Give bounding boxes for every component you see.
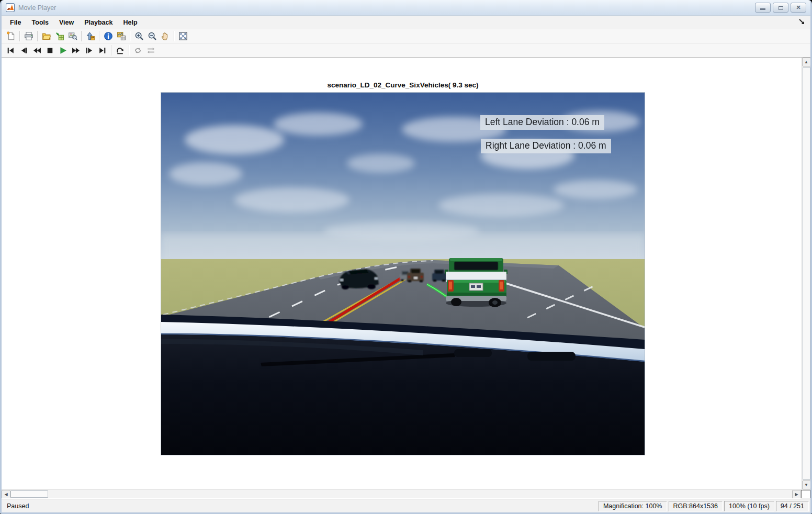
stop-button[interactable] bbox=[43, 44, 57, 57]
resolution-cell: RGB:864x1536 bbox=[669, 501, 723, 511]
right-lane-deviation-label: Right Lane Deviation : 0.06 m bbox=[481, 139, 611, 153]
info-icon bbox=[104, 31, 113, 41]
rewind-button[interactable] bbox=[30, 44, 43, 57]
rewind-icon bbox=[32, 46, 41, 55]
repeat-loop-icon bbox=[133, 46, 142, 55]
status-bar: Paused Magnification: 100% RGB:864x1536 … bbox=[2, 498, 810, 514]
info-button[interactable] bbox=[102, 30, 115, 42]
video-frame: Left Lane Deviation : 0.06 m Right Lane … bbox=[161, 93, 645, 455]
jump-to-frame-icon bbox=[116, 46, 125, 55]
scroll-left-button[interactable]: ◀ bbox=[2, 490, 10, 499]
maximize-button[interactable] bbox=[773, 3, 788, 13]
horizontal-scrollbar[interactable]: ◀ ▶ bbox=[2, 489, 810, 498]
toolbar-separator bbox=[19, 31, 20, 41]
fit-to-window-icon bbox=[178, 31, 188, 41]
print-button[interactable] bbox=[22, 30, 35, 42]
zoom-out-button[interactable] bbox=[145, 30, 159, 42]
export-to-workspace-button[interactable] bbox=[53, 30, 66, 42]
ego-dashboard bbox=[161, 315, 645, 455]
go-to-first-frame-button[interactable] bbox=[4, 44, 17, 57]
go-to-last-frame-button[interactable] bbox=[96, 44, 109, 57]
video-viewport: scenario_LD_02_Curve_SixVehicles( 9.3 se… bbox=[2, 58, 810, 489]
pan-button[interactable] bbox=[159, 30, 172, 42]
jump-to-frame-button[interactable] bbox=[114, 44, 127, 57]
scroll-up-button[interactable]: ▲ bbox=[802, 58, 811, 66]
movie-player-window: Movie Player ✕ File Tools View Playback … bbox=[0, 0, 812, 514]
scroll-right-button[interactable]: ▶ bbox=[792, 490, 801, 499]
maximize-icon bbox=[779, 6, 783, 10]
inspect-frame-icon bbox=[68, 31, 77, 41]
toolbar-separator bbox=[99, 31, 99, 41]
menu-help[interactable]: Help bbox=[118, 17, 142, 28]
window-title: Movie Player bbox=[18, 4, 753, 12]
toolbar-separator bbox=[129, 45, 129, 55]
menu-tools[interactable]: Tools bbox=[27, 17, 54, 28]
main-toolbar bbox=[2, 29, 810, 43]
step-back-icon bbox=[19, 46, 28, 55]
fast-forward-icon bbox=[72, 46, 81, 55]
close-icon: ✕ bbox=[796, 5, 800, 10]
vertical-scrollbar[interactable]: ▲ ▼ bbox=[802, 58, 810, 489]
scroll-down-button[interactable]: ▼ bbox=[802, 481, 811, 489]
play-icon bbox=[59, 46, 67, 55]
zoom-in-icon bbox=[134, 31, 144, 41]
magnification-cell: Magnification: 100% bbox=[599, 501, 667, 511]
step-forward-button[interactable] bbox=[83, 44, 96, 57]
new-file-icon bbox=[6, 31, 16, 41]
vertical-scrollbar-thumb[interactable] bbox=[803, 67, 810, 480]
play-forward-backward-icon bbox=[146, 46, 155, 55]
playback-state-label: Paused bbox=[3, 502, 597, 510]
print-icon bbox=[24, 31, 33, 41]
fit-to-window-button[interactable] bbox=[176, 30, 189, 42]
pixel-region-icon bbox=[117, 31, 126, 41]
arrow-left-icon: ◀ bbox=[4, 493, 7, 497]
fast-forward-button[interactable] bbox=[70, 44, 83, 57]
framerate-cell: 100% (10 fps) bbox=[724, 501, 774, 511]
open-folder-icon bbox=[42, 31, 51, 41]
play-button[interactable] bbox=[57, 44, 70, 57]
dock-arrow-icon[interactable] bbox=[798, 18, 805, 25]
toolbar-separator bbox=[111, 45, 111, 55]
pixel-region-button[interactable] bbox=[115, 30, 128, 42]
left-lane-deviation-label: Left Lane Deviation : 0.06 m bbox=[480, 115, 604, 130]
play-forward-backward-button bbox=[144, 44, 157, 57]
pan-hand-icon bbox=[161, 31, 170, 41]
menu-view[interactable]: View bbox=[54, 17, 79, 28]
window-frame: Movie Player ✕ File Tools View Playback … bbox=[0, 0, 812, 514]
inspect-frame-button[interactable] bbox=[66, 30, 79, 42]
zoom-in-button[interactable] bbox=[132, 30, 145, 42]
new-file-button[interactable] bbox=[4, 30, 17, 42]
menu-playback[interactable]: Playback bbox=[79, 17, 118, 28]
arrow-right-icon: ▶ bbox=[795, 493, 798, 497]
menu-file[interactable]: File bbox=[5, 17, 27, 28]
open-file-button[interactable] bbox=[40, 30, 53, 42]
horizontal-scrollbar-track[interactable] bbox=[48, 490, 792, 498]
horizontal-scrollbar-thumb[interactable] bbox=[10, 490, 48, 498]
toolbar-separator bbox=[81, 31, 82, 41]
step-forward-icon bbox=[85, 46, 94, 55]
export-image-button[interactable] bbox=[84, 30, 97, 42]
stop-icon bbox=[46, 46, 54, 55]
toolbar-separator bbox=[130, 31, 130, 41]
minimize-icon bbox=[760, 8, 765, 10]
toolbar-separator bbox=[174, 31, 174, 41]
frame-title: scenario_LD_02_Curve_SixVehicles( 9.3 se… bbox=[161, 81, 645, 89]
go-to-last-frame-icon bbox=[98, 46, 107, 55]
menu-bar: File Tools View Playback Help bbox=[2, 16, 810, 29]
minimize-button[interactable] bbox=[755, 3, 771, 13]
export-image-icon bbox=[86, 31, 95, 41]
playback-toolbar bbox=[2, 43, 810, 58]
arrow-down-icon: ▼ bbox=[804, 483, 808, 487]
vehicle-blue-car bbox=[432, 270, 446, 282]
arrow-up-icon: ▲ bbox=[804, 60, 808, 64]
go-to-first-frame-icon bbox=[6, 46, 15, 55]
repeat-loop-button bbox=[131, 44, 144, 57]
frame-counter-cell: 94 / 251 bbox=[776, 501, 809, 511]
step-back-button[interactable] bbox=[17, 44, 30, 57]
scrollbar-corner bbox=[801, 490, 810, 498]
close-button[interactable]: ✕ bbox=[791, 3, 806, 13]
toolbar-separator bbox=[37, 31, 38, 41]
export-to-workspace-icon bbox=[55, 31, 64, 41]
title-bar[interactable]: Movie Player ✕ bbox=[2, 0, 810, 16]
vehicle-green-pickup bbox=[445, 258, 508, 307]
